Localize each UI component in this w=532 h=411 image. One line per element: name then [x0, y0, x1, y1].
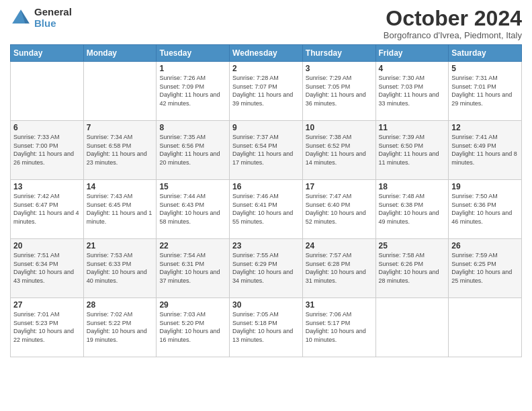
day-number: 17	[306, 182, 373, 191]
day-info: Sunrise: 7:30 AMSunset: 7:03 PMDaylight:…	[379, 74, 446, 107]
calendar-cell: 4Sunrise: 7:30 AMSunset: 7:03 PMDaylight…	[375, 62, 449, 121]
day-info: Sunrise: 7:01 AMSunset: 5:23 PMDaylight:…	[13, 310, 81, 344]
day-number: 14	[87, 182, 154, 191]
logo-text: General Blue	[34, 7, 72, 29]
logo-icon	[10, 7, 32, 29]
day-info: Sunrise: 7:33 AMSunset: 7:00 PMDaylight:…	[13, 133, 81, 167]
day-number: 9	[232, 123, 300, 132]
day-info: Sunrise: 7:42 AMSunset: 6:47 PMDaylight:…	[13, 192, 81, 226]
day-number: 28	[87, 300, 154, 310]
day-number: 12	[451, 123, 519, 132]
location: Borgofranco d'Ivrea, Piedmont, Italy	[384, 30, 522, 40]
calendar-cell: 23Sunrise: 7:55 AMSunset: 6:29 PMDayligh…	[230, 239, 303, 298]
day-info: Sunrise: 7:55 AMSunset: 6:29 PMDaylight:…	[232, 251, 300, 285]
calendar-cell: 30Sunrise: 7:05 AMSunset: 5:18 PMDayligh…	[230, 298, 303, 357]
calendar-cell	[449, 298, 522, 357]
day-number: 22	[159, 241, 226, 250]
weekday-header: Monday	[83, 45, 157, 62]
logo-general: General	[34, 7, 72, 18]
day-info: Sunrise: 7:46 AMSunset: 6:41 PMDaylight:…	[232, 192, 300, 226]
calendar-week-row: 13Sunrise: 7:42 AMSunset: 6:47 PMDayligh…	[11, 180, 522, 239]
day-number: 25	[379, 241, 446, 250]
calendar-cell: 8Sunrise: 7:35 AMSunset: 6:56 PMDaylight…	[157, 121, 230, 180]
calendar-cell	[11, 62, 84, 121]
day-info: Sunrise: 7:41 AMSunset: 6:49 PMDaylight:…	[451, 133, 519, 167]
calendar-cell: 26Sunrise: 7:59 AMSunset: 6:25 PMDayligh…	[449, 239, 522, 298]
day-number: 15	[159, 182, 226, 191]
day-number: 29	[159, 300, 226, 310]
calendar-cell: 28Sunrise: 7:02 AMSunset: 5:22 PMDayligh…	[83, 298, 157, 357]
day-number: 31	[306, 300, 373, 310]
calendar-cell: 24Sunrise: 7:57 AMSunset: 6:28 PMDayligh…	[302, 239, 375, 298]
weekday-header: Thursday	[302, 45, 375, 62]
day-number: 30	[232, 300, 300, 310]
calendar-cell: 18Sunrise: 7:48 AMSunset: 6:38 PMDayligh…	[375, 180, 449, 239]
day-number: 24	[306, 241, 373, 250]
day-number: 5	[451, 64, 519, 73]
day-info: Sunrise: 7:47 AMSunset: 6:40 PMDaylight:…	[306, 192, 373, 226]
day-number: 1	[159, 64, 226, 73]
title-block: October 2024 Borgofranco d'Ivrea, Piedmo…	[384, 7, 522, 40]
weekday-header-row: SundayMondayTuesdayWednesdayThursdayFrid…	[11, 45, 522, 62]
day-info: Sunrise: 7:35 AMSunset: 6:56 PMDaylight:…	[159, 133, 226, 167]
day-info: Sunrise: 7:58 AMSunset: 6:26 PMDaylight:…	[379, 251, 446, 285]
logo: General Blue	[10, 7, 72, 29]
day-number: 26	[451, 241, 519, 250]
day-info: Sunrise: 7:48 AMSunset: 6:38 PMDaylight:…	[379, 192, 446, 226]
day-number: 10	[306, 123, 373, 132]
day-number: 20	[13, 241, 81, 250]
calendar-cell: 31Sunrise: 7:06 AMSunset: 5:17 PMDayligh…	[302, 298, 375, 357]
day-info: Sunrise: 7:44 AMSunset: 6:43 PMDaylight:…	[159, 192, 226, 226]
calendar-week-row: 20Sunrise: 7:51 AMSunset: 6:34 PMDayligh…	[11, 239, 522, 298]
day-info: Sunrise: 7:54 AMSunset: 6:31 PMDaylight:…	[159, 251, 226, 285]
day-info: Sunrise: 7:31 AMSunset: 7:01 PMDaylight:…	[451, 74, 519, 107]
calendar-cell: 9Sunrise: 7:37 AMSunset: 6:54 PMDaylight…	[230, 121, 303, 180]
calendar-cell: 3Sunrise: 7:29 AMSunset: 7:05 PMDaylight…	[302, 62, 375, 121]
day-info: Sunrise: 7:57 AMSunset: 6:28 PMDaylight:…	[306, 251, 373, 285]
day-info: Sunrise: 7:02 AMSunset: 5:22 PMDaylight:…	[87, 310, 154, 344]
calendar-cell: 15Sunrise: 7:44 AMSunset: 6:43 PMDayligh…	[157, 180, 230, 239]
weekday-header: Saturday	[449, 45, 522, 62]
day-info: Sunrise: 7:05 AMSunset: 5:18 PMDaylight:…	[232, 310, 300, 344]
day-number: 7	[87, 123, 154, 132]
logo-blue: Blue	[34, 18, 72, 30]
day-info: Sunrise: 7:53 AMSunset: 6:33 PMDaylight:…	[87, 251, 154, 285]
calendar-cell: 6Sunrise: 7:33 AMSunset: 7:00 PMDaylight…	[11, 121, 84, 180]
day-number: 21	[87, 241, 154, 250]
calendar-cell: 1Sunrise: 7:26 AMSunset: 7:09 PMDaylight…	[157, 62, 230, 121]
day-number: 19	[451, 182, 519, 191]
month-title: October 2024	[384, 7, 522, 30]
calendar-cell: 5Sunrise: 7:31 AMSunset: 7:01 PMDaylight…	[449, 62, 522, 121]
day-info: Sunrise: 7:37 AMSunset: 6:54 PMDaylight:…	[232, 133, 300, 167]
calendar-cell	[375, 298, 449, 357]
weekday-header: Tuesday	[157, 45, 230, 62]
calendar-cell: 10Sunrise: 7:38 AMSunset: 6:52 PMDayligh…	[302, 121, 375, 180]
page-header: General Blue October 2024 Borgofranco d'…	[10, 7, 522, 40]
day-number: 18	[379, 182, 446, 191]
day-number: 27	[13, 300, 81, 310]
day-info: Sunrise: 7:28 AMSunset: 7:07 PMDaylight:…	[232, 74, 300, 107]
day-number: 6	[13, 123, 81, 132]
weekday-header: Friday	[375, 45, 449, 62]
day-info: Sunrise: 7:43 AMSunset: 6:45 PMDaylight:…	[87, 192, 154, 226]
calendar-cell: 20Sunrise: 7:51 AMSunset: 6:34 PMDayligh…	[11, 239, 84, 298]
calendar-cell: 13Sunrise: 7:42 AMSunset: 6:47 PMDayligh…	[11, 180, 84, 239]
weekday-header: Sunday	[11, 45, 84, 62]
day-number: 13	[13, 182, 81, 191]
calendar-cell: 25Sunrise: 7:58 AMSunset: 6:26 PMDayligh…	[375, 239, 449, 298]
calendar-cell	[83, 62, 157, 121]
day-number: 16	[232, 182, 300, 191]
calendar-cell: 17Sunrise: 7:47 AMSunset: 6:40 PMDayligh…	[302, 180, 375, 239]
day-info: Sunrise: 7:34 AMSunset: 6:58 PMDaylight:…	[87, 133, 154, 167]
day-number: 11	[379, 123, 446, 132]
day-number: 23	[232, 241, 300, 250]
calendar-cell: 21Sunrise: 7:53 AMSunset: 6:33 PMDayligh…	[83, 239, 157, 298]
day-number: 8	[159, 123, 226, 132]
calendar-cell: 7Sunrise: 7:34 AMSunset: 6:58 PMDaylight…	[83, 121, 157, 180]
calendar-cell: 22Sunrise: 7:54 AMSunset: 6:31 PMDayligh…	[157, 239, 230, 298]
day-info: Sunrise: 7:29 AMSunset: 7:05 PMDaylight:…	[306, 74, 373, 107]
calendar-week-row: 1Sunrise: 7:26 AMSunset: 7:09 PMDaylight…	[11, 62, 522, 121]
calendar-week-row: 27Sunrise: 7:01 AMSunset: 5:23 PMDayligh…	[11, 298, 522, 357]
calendar-cell: 2Sunrise: 7:28 AMSunset: 7:07 PMDaylight…	[230, 62, 303, 121]
day-info: Sunrise: 7:39 AMSunset: 6:50 PMDaylight:…	[379, 133, 446, 167]
